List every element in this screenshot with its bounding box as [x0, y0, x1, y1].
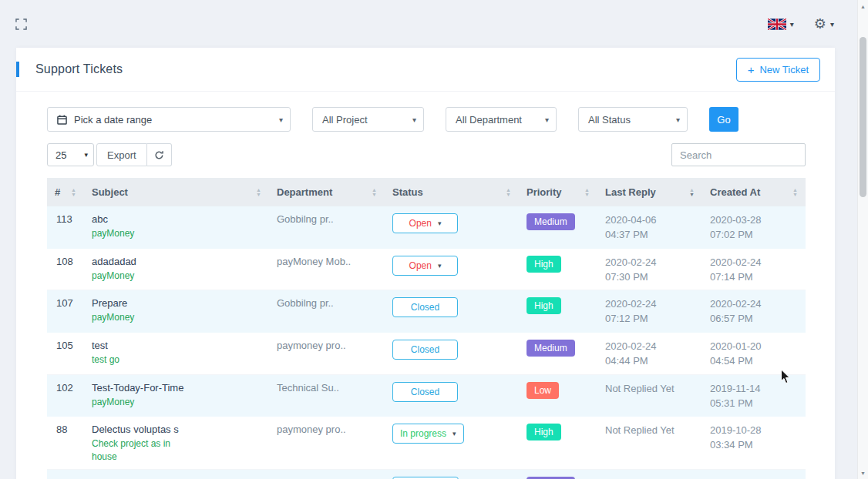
subject-cell: Delectus voluptas sCheck project as in h…	[84, 417, 269, 470]
status-select[interactable]: All Status ▾	[578, 107, 688, 132]
page-size-select[interactable]: 25 ▾	[47, 143, 94, 166]
search-input[interactable]	[671, 143, 806, 166]
caret-down-icon: ▾	[676, 116, 680, 124]
priority-badge: High	[527, 256, 561, 273]
priority-badge: Medium	[527, 213, 575, 230]
sort-icon[interactable]: ▲▼	[65, 188, 76, 197]
status-dropdown-button[interactable]: Open▾	[392, 256, 458, 276]
sort-icon[interactable]: ▲▼	[250, 188, 261, 197]
tickets-table: #▲▼Subject▲▼Department▲▼Status▲▼Priority…	[47, 178, 806, 479]
ticket-id: 107	[47, 290, 84, 333]
last-reply-cell: 2019-10-23	[597, 470, 702, 479]
ticket-subject-link[interactable]: Prepare	[92, 297, 261, 309]
scrollbar-thumb[interactable]	[860, 37, 866, 197]
sort-icon[interactable]: ▲▼	[786, 188, 798, 197]
go-button[interactable]: Go	[709, 107, 738, 132]
ticket-subject-link[interactable]: Delectus voluptas s	[92, 424, 261, 435]
table-toolbar: 25 ▾ Export	[47, 143, 806, 166]
fullscreen-icon[interactable]	[15, 18, 27, 30]
last-reply-cell: 2020-02-2407:30 PM	[597, 248, 702, 290]
subject-cell: testtest go	[84, 333, 269, 375]
plus-icon: +	[748, 64, 755, 75]
status-cell: Closed	[385, 374, 519, 417]
ticket-subject-link[interactable]: test	[92, 340, 261, 351]
table-row: 88Delectus voluptas sCheck project as in…	[47, 417, 806, 470]
export-button[interactable]: Export	[96, 143, 147, 166]
column-header[interactable]: Department▲▼	[269, 178, 385, 206]
column-label: Status	[392, 186, 423, 198]
priority-cell: Medium	[519, 333, 597, 375]
created-at-cell: 2019-10-2803:34 PM	[702, 417, 806, 470]
page-title: Support Tickets	[35, 62, 123, 76]
language-dropdown[interactable]: ▾	[768, 18, 794, 30]
created-at-cell: 2020-02-2407:14 PM	[702, 248, 806, 290]
ticket-subtitle: payMoney	[92, 311, 193, 324]
ticket-id: 88	[47, 417, 84, 470]
caret-down-icon: ▾	[453, 430, 456, 437]
status-dropdown-button[interactable]: Closed	[392, 297, 458, 317]
priority-cell: Low	[519, 374, 597, 417]
ticket-department: Technical Su..	[269, 374, 385, 417]
ticket-subtitle: payMoney	[92, 396, 193, 409]
status-dropdown-button[interactable]: Open▾	[392, 213, 458, 233]
scrollbar-down-arrow[interactable]: ▼	[858, 467, 868, 478]
export-button-group: Export	[96, 143, 172, 166]
project-select[interactable]: All Project ▾	[312, 107, 424, 132]
status-dropdown-button[interactable]: Closed	[392, 340, 458, 360]
last-reply-cell: 2020-04-0604:37 PM	[597, 206, 702, 248]
ticket-subtitle: test go	[92, 353, 193, 367]
column-header[interactable]: Status▲▼	[385, 178, 519, 206]
uk-flag-icon	[768, 18, 786, 30]
ticket-department: paymoney pro..	[269, 417, 385, 470]
ticket-subject-link[interactable]: Test-Today-For-Time	[92, 382, 261, 394]
priority-cell: Medium	[519, 206, 597, 248]
sort-icon[interactable]: ▲▼	[365, 188, 377, 197]
status-cell: Closed	[385, 290, 519, 333]
column-header[interactable]: Priority▲▼	[519, 178, 597, 206]
status-cell: Open▾	[385, 206, 519, 248]
sort-icon[interactable]: ▲▼	[500, 188, 511, 197]
filter-row: Pick a date range ▾ All Project ▾ All De…	[47, 107, 806, 132]
ticket-id: 113	[47, 206, 84, 248]
settings-dropdown[interactable]: ⚙ ▾	[814, 17, 834, 31]
priority-cell: High	[519, 248, 597, 290]
status-cell: Answered▾	[385, 470, 519, 479]
new-ticket-button[interactable]: + New Ticket	[736, 58, 820, 82]
ticket-subtitle: Check project as in house	[92, 437, 193, 464]
column-label: Subject	[92, 186, 128, 198]
status-dropdown-button[interactable]: Closed	[392, 382, 458, 402]
project-select-value: All Project	[322, 114, 368, 126]
support-tickets-card: Support Tickets + New Ticket Pick a date…	[16, 48, 835, 479]
status-dropdown-button[interactable]: In progress▾	[392, 424, 464, 444]
title-accent-bar	[16, 62, 19, 77]
ticket-id: 105	[47, 333, 84, 375]
sort-icon[interactable]: ▲▼	[683, 188, 695, 197]
caret-down-icon: ▾	[545, 116, 549, 124]
caret-down-icon: ▾	[790, 20, 794, 28]
status-cell: Closed	[385, 333, 519, 375]
refresh-button[interactable]	[147, 143, 172, 166]
column-header[interactable]: Last Reply▲▼	[597, 178, 702, 206]
column-label: Created At	[710, 186, 760, 198]
ticket-id: 102	[47, 374, 84, 417]
calendar-icon	[57, 115, 67, 125]
last-reply-cell: 2020-02-2407:12 PM	[597, 290, 702, 333]
priority-badge: Medium	[527, 340, 575, 357]
ticket-subject-link[interactable]: abc	[92, 213, 261, 225]
scrollbar-up-arrow[interactable]: ▲	[858, 1, 868, 12]
column-header[interactable]: Created At▲▼	[702, 178, 806, 206]
date-range-picker[interactable]: Pick a date range ▾	[47, 107, 291, 132]
department-select[interactable]: All Department ▾	[446, 107, 557, 132]
refresh-icon	[154, 150, 164, 160]
gear-icon: ⚙	[814, 17, 826, 31]
sort-icon[interactable]: ▲▼	[578, 188, 590, 197]
last-reply-cell: Not Replied Yet	[597, 374, 702, 417]
priority-cell: High	[519, 290, 597, 333]
column-header[interactable]: Subject▲▼	[84, 178, 269, 206]
caret-down-icon: ▾	[438, 262, 442, 270]
ticket-id: 108	[47, 248, 84, 290]
column-header[interactable]: #▲▼	[47, 178, 84, 206]
subject-cell: Test-Today-For-TimepayMoney	[84, 374, 269, 417]
priority-badge: High	[527, 297, 561, 314]
ticket-subject-link[interactable]: adadadad	[92, 256, 261, 267]
